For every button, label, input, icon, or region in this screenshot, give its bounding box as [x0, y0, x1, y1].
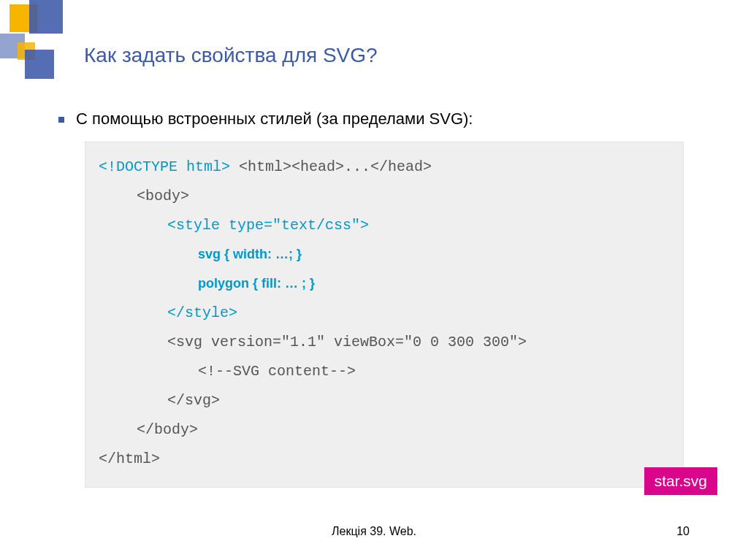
code-css-rule: svg { width: …; } — [198, 247, 302, 261]
bullet-square-icon — [58, 117, 64, 123]
svg-rect-1 — [29, 0, 63, 34]
svg-rect-4 — [25, 50, 54, 79]
code-sample: <!DOCTYPE html> <html><head>...</head> <… — [85, 142, 684, 488]
code-text: <!--SVG content--> — [198, 363, 356, 380]
code-text: </html> — [99, 450, 160, 467]
filename-badge: star.svg — [644, 467, 717, 495]
code-keyword: </style> — [167, 304, 237, 321]
code-text: </body> — [137, 421, 198, 438]
code-text: </svg> — [167, 392, 220, 409]
decorative-corner — [0, 0, 88, 80]
slide-footer: Лекція 39. Web. — [0, 525, 748, 538]
bullet-item: С помощью встроенных стилей (за пределам… — [58, 110, 694, 129]
code-css-rule: polygon { fill: … ; } — [198, 276, 315, 291]
bullet-text: С помощью встроенных стилей (за пределам… — [76, 110, 473, 129]
slide-title: Как задать свойства для SVG? — [84, 44, 378, 67]
code-keyword: <style type="text/css"> — [167, 217, 369, 234]
slide-content: С помощью встроенных стилей (за пределам… — [58, 110, 694, 488]
code-text: <body> — [137, 188, 189, 204]
code-text: <html><head>...</head> — [230, 158, 432, 175]
page-number: 10 — [676, 525, 690, 538]
code-keyword: <!DOCTYPE html> — [99, 158, 230, 175]
code-text: <svg version="1.1" viewBox="0 0 300 300"… — [167, 334, 527, 350]
